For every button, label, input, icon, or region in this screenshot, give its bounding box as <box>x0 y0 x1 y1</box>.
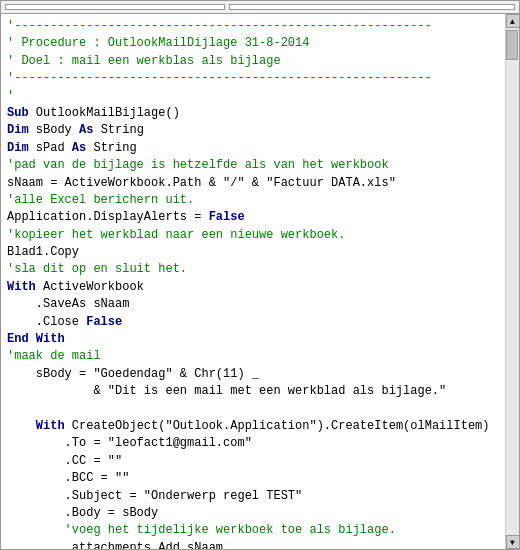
code-line: 'alle Excel berichern uit. <box>7 192 499 209</box>
code-line: 'voeg het tijdelijke werkboek toe als bi… <box>7 522 499 539</box>
code-line: '---------------------------------------… <box>7 70 499 87</box>
code-line: 'kopieer het werkblad naar een nieuwe we… <box>7 227 499 244</box>
code-line: 'pad van de bijlage is hetzelfde als van… <box>7 157 499 174</box>
code-line: .attachments.Add sNaam <box>7 540 499 549</box>
code-line: & "Dit is een mail met een werkblad als … <box>7 383 499 400</box>
code-line: .SaveAs sNaam <box>7 296 499 313</box>
code-line: Blad1.Copy <box>7 244 499 261</box>
toolbar <box>1 1 519 14</box>
code-line: .CC = "" <box>7 453 499 470</box>
code-line: Dim sPad As String <box>7 140 499 157</box>
code-line: sNaam = ActiveWorkbook.Path & "/" & "Fac… <box>7 175 499 192</box>
code-line: ' <box>7 88 499 105</box>
code-line: sBody = "Goedendag" & Chr(11) _ <box>7 366 499 383</box>
code-line: 'maak de mail <box>7 348 499 365</box>
code-line: Dim sBody As String <box>7 122 499 139</box>
code-line: .Subject = "Onderwerp regel TEST" <box>7 488 499 505</box>
code-line: ' Doel : mail een werkblas als bijlage <box>7 53 499 70</box>
code-line: Application.DisplayAlerts = False <box>7 209 499 226</box>
code-line: 'sla dit op en sluit het. <box>7 261 499 278</box>
code-line: '---------------------------------------… <box>7 18 499 35</box>
vba-editor: '---------------------------------------… <box>0 0 520 550</box>
dropdown-algemeen[interactable] <box>5 4 225 10</box>
code-line: Sub OutlookMailBijlage() <box>7 105 499 122</box>
code-line: .Close False <box>7 314 499 331</box>
code-line: .BCC = "" <box>7 470 499 487</box>
scrollbar-up-btn[interactable]: ▲ <box>506 14 520 28</box>
code-line: .Body = sBody <box>7 505 499 522</box>
code-content[interactable]: '---------------------------------------… <box>1 14 505 549</box>
scrollbar-track[interactable] <box>506 28 519 535</box>
code-line <box>7 401 499 418</box>
scrollbar-down-btn[interactable]: ▼ <box>506 535 520 549</box>
scrollbar[interactable]: ▲ ▼ <box>505 14 519 549</box>
dropdown-procedure[interactable] <box>229 4 515 10</box>
code-line: .To = "leofact1@gmail.com" <box>7 435 499 452</box>
scrollbar-thumb[interactable] <box>506 30 518 60</box>
code-line: End With <box>7 331 499 348</box>
code-area: '---------------------------------------… <box>1 14 519 549</box>
code-line: With ActiveWorkbook <box>7 279 499 296</box>
code-line: ' Procedure : OutlookMailDijlage 31-8-20… <box>7 35 499 52</box>
code-line: With CreateObject("Outlook.Application")… <box>7 418 499 435</box>
